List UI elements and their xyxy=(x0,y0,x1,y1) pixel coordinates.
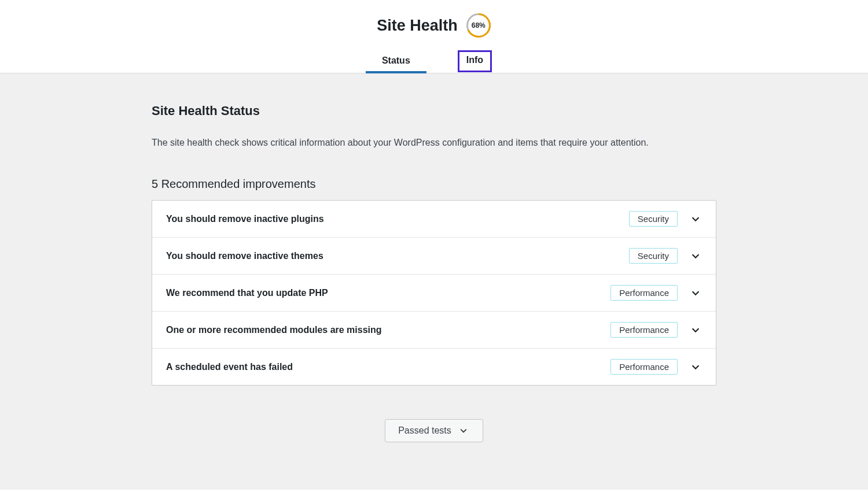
improvement-row-title: You should remove inactive themes xyxy=(166,251,629,261)
intro-text: The site health check shows critical inf… xyxy=(152,136,716,150)
improvement-row[interactable]: We recommend that you update PHPPerforma… xyxy=(152,275,716,312)
section-title: Site Health Status xyxy=(152,103,716,119)
improvement-row[interactable]: One or more recommended modules are miss… xyxy=(152,312,716,349)
chevron-down-icon xyxy=(689,213,702,225)
score-percent-label: 68% xyxy=(466,13,491,38)
improvements-heading: 5 Recommended improvements xyxy=(152,177,716,191)
improvement-row-title: A scheduled event has failed xyxy=(166,362,610,372)
health-score-indicator: 68% xyxy=(466,13,491,38)
page-title: Site Health xyxy=(377,17,458,35)
improvement-row[interactable]: You should remove inactive themesSecurit… xyxy=(152,238,716,275)
improvement-row-title: You should remove inactive plugins xyxy=(166,214,629,224)
chevron-down-icon xyxy=(689,250,702,262)
chevron-down-icon xyxy=(457,424,470,437)
passed-tests-wrap: Passed tests xyxy=(152,419,716,442)
improvement-row[interactable]: A scheduled event has failedPerformance xyxy=(152,349,716,385)
tab-info[interactable]: Info xyxy=(458,50,492,72)
status-badge: Performance xyxy=(610,322,678,338)
passed-tests-button[interactable]: Passed tests xyxy=(385,419,483,442)
main-body: Site Health Status The site health check… xyxy=(0,73,868,490)
content-container: Site Health Status The site health check… xyxy=(152,103,716,442)
improvements-panel: You should remove inactive pluginsSecuri… xyxy=(152,200,716,386)
status-badge: Performance xyxy=(610,359,678,375)
chevron-down-icon xyxy=(689,361,702,373)
improvement-row-title: One or more recommended modules are miss… xyxy=(166,325,610,335)
status-badge: Security xyxy=(629,248,678,264)
status-badge: Performance xyxy=(610,285,678,301)
chevron-down-icon xyxy=(689,287,702,299)
chevron-down-icon xyxy=(689,324,702,336)
status-badge: Security xyxy=(629,211,678,227)
page-header: Site Health 68% Status Info xyxy=(0,0,868,73)
title-row: Site Health 68% xyxy=(0,13,868,38)
tab-status[interactable]: Status xyxy=(376,51,416,73)
improvement-row-title: We recommend that you update PHP xyxy=(166,288,610,298)
improvement-row[interactable]: You should remove inactive pluginsSecuri… xyxy=(152,201,716,238)
passed-tests-label: Passed tests xyxy=(398,425,451,436)
tabs-nav: Status Info xyxy=(0,51,868,73)
